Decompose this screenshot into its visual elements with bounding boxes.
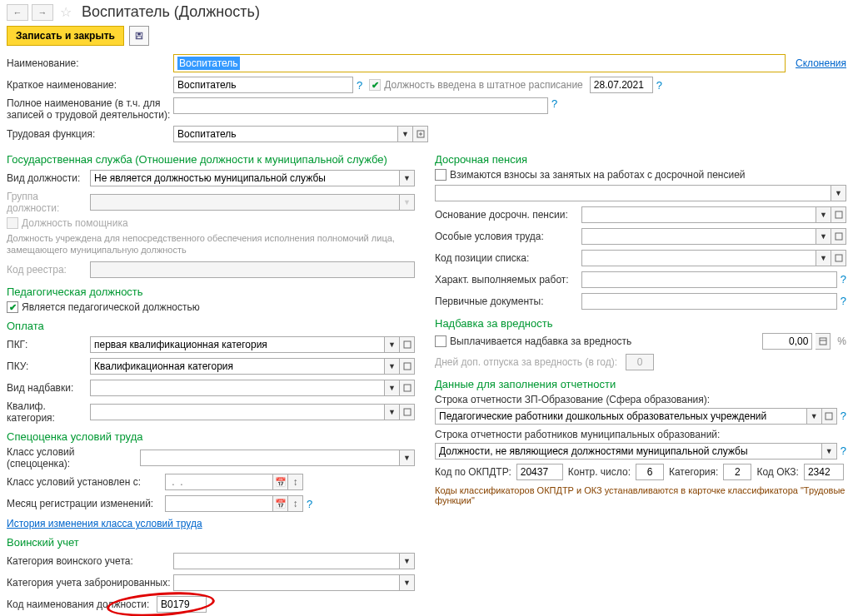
mun-report-input[interactable] bbox=[435, 443, 822, 460]
nav-forward-button[interactable]: → bbox=[32, 4, 53, 21]
work-char-input[interactable] bbox=[581, 271, 837, 288]
short-name-input[interactable] bbox=[173, 77, 353, 93]
is-pedagog-label: Является педагогической должностью bbox=[22, 301, 200, 313]
okz-label: Код ОКЗ: bbox=[756, 466, 799, 478]
dropdown-button[interactable]: ▼ bbox=[400, 574, 415, 591]
calendar-button[interactable]: 📅 bbox=[273, 495, 288, 512]
position-type-input[interactable] bbox=[90, 170, 400, 186]
open-icon bbox=[835, 211, 843, 219]
name-input[interactable]: Воспитатель bbox=[173, 54, 786, 72]
svg-rect-9 bbox=[836, 233, 842, 240]
section-military: Воинский учет bbox=[7, 536, 415, 549]
dropdown-button[interactable]: ▼ bbox=[400, 450, 415, 466]
svg-rect-7 bbox=[404, 409, 411, 415]
lookup-button[interactable] bbox=[822, 408, 837, 425]
dropdown-button[interactable]: ▼ bbox=[385, 404, 400, 420]
hazard-paid-label: Выплачивается надбавка за вредность bbox=[450, 335, 631, 347]
favorite-star-icon[interactable]: ☆ bbox=[60, 4, 72, 20]
open-icon bbox=[835, 254, 843, 262]
help-icon[interactable]: ? bbox=[841, 445, 846, 457]
save-button[interactable] bbox=[129, 26, 149, 46]
dropdown-button[interactable]: ▼ bbox=[385, 358, 400, 375]
pension-tariff-input[interactable] bbox=[435, 185, 831, 201]
sout-history-link[interactable]: История изменения класса условий труда bbox=[7, 518, 202, 529]
dropdown-button[interactable]: ▼ bbox=[816, 250, 831, 266]
lookup-button[interactable] bbox=[400, 358, 415, 375]
pension-contrib-label: Взимаются взносы за занятых на работах с… bbox=[450, 169, 746, 181]
lookup-button[interactable] bbox=[831, 250, 846, 266]
section-report: Данные для заполнения отчетности bbox=[435, 378, 846, 390]
help-icon[interactable]: ? bbox=[656, 79, 662, 92]
pension-conditions-input[interactable] bbox=[581, 228, 816, 245]
pkg-label: ПКГ: bbox=[7, 339, 90, 350]
sout-month-input[interactable] bbox=[165, 495, 273, 512]
dropdown-button[interactable]: ▼ bbox=[822, 443, 837, 460]
dropdown-button[interactable]: ▼ bbox=[807, 408, 822, 425]
pkg-input[interactable] bbox=[90, 336, 385, 353]
pension-position-code-label: Код позиции списка: bbox=[435, 252, 581, 264]
pension-conditions-label: Особые условия труда: bbox=[435, 231, 581, 242]
category-code-input[interactable] bbox=[723, 464, 751, 480]
sout-class-input[interactable] bbox=[140, 450, 400, 466]
svg-rect-6 bbox=[404, 385, 411, 391]
hazard-amount-input[interactable] bbox=[762, 333, 812, 350]
dropdown-button[interactable]: ▼ bbox=[831, 185, 846, 201]
primary-docs-input[interactable] bbox=[581, 293, 837, 310]
lookup-button[interactable] bbox=[400, 404, 415, 420]
help-icon[interactable]: ? bbox=[307, 498, 312, 510]
dropdown-button[interactable]: ▼ bbox=[400, 170, 415, 186]
sout-since-label: Класс условий установлен с: bbox=[7, 476, 165, 488]
sout-since-date-input[interactable] bbox=[165, 474, 273, 490]
pension-basis-input[interactable] bbox=[581, 206, 816, 223]
military-reserved-input[interactable] bbox=[173, 574, 400, 591]
military-reserved-label: Категория учета забронированных: bbox=[7, 577, 173, 589]
category-code-label: Категория: bbox=[669, 466, 718, 478]
svg-rect-10 bbox=[836, 255, 842, 261]
in-staff-date-input[interactable] bbox=[590, 77, 653, 93]
clear-button[interactable]: ↕ bbox=[288, 474, 303, 490]
okz-input[interactable] bbox=[804, 464, 844, 480]
pku-input[interactable] bbox=[90, 358, 385, 375]
assistant-hint: Должность учреждена для непосредственног… bbox=[7, 232, 415, 256]
calculator-icon bbox=[819, 337, 827, 345]
pension-basis-label: Основание досрочн. пенсии: bbox=[435, 209, 581, 221]
dropdown-button[interactable]: ▼ bbox=[816, 228, 831, 245]
save-and-close-button[interactable]: Записать и закрыть bbox=[7, 26, 124, 46]
military-category-input[interactable] bbox=[173, 553, 400, 569]
declensions-link[interactable]: Склонения bbox=[796, 57, 846, 69]
dropdown-button[interactable]: ▼ bbox=[400, 553, 415, 569]
dropdown-button[interactable]: ▼ bbox=[816, 206, 831, 223]
calculator-button[interactable] bbox=[816, 333, 831, 350]
qualif-category-input[interactable] bbox=[90, 404, 385, 420]
dropdown-button[interactable]: ▼ bbox=[398, 126, 413, 142]
help-icon[interactable]: ? bbox=[841, 273, 846, 286]
dropdown-button[interactable]: ▼ bbox=[385, 336, 400, 353]
labor-func-input[interactable] bbox=[173, 126, 398, 142]
position-group-input bbox=[90, 194, 400, 211]
full-name-input[interactable] bbox=[173, 97, 548, 114]
help-icon[interactable]: ? bbox=[841, 295, 846, 307]
help-icon[interactable]: ? bbox=[551, 97, 557, 110]
lookup-button[interactable] bbox=[831, 228, 846, 245]
is-pedagog-checkbox[interactable] bbox=[7, 301, 18, 313]
dropdown-button[interactable]: ▼ bbox=[385, 380, 400, 396]
help-icon[interactable]: ? bbox=[841, 410, 846, 422]
clear-button[interactable]: ↕ bbox=[288, 495, 303, 512]
zp-report-input[interactable] bbox=[435, 408, 807, 425]
lookup-button[interactable] bbox=[400, 380, 415, 396]
lookup-button[interactable] bbox=[413, 126, 428, 142]
kontr-input[interactable] bbox=[636, 464, 664, 480]
lookup-button[interactable] bbox=[400, 336, 415, 353]
military-code-label: Код наименования должности: bbox=[7, 599, 157, 610]
zp-report-label: Строка отчетности ЗП-Образование (Сфера … bbox=[435, 394, 846, 405]
allowance-type-input[interactable] bbox=[90, 380, 385, 396]
hazard-paid-checkbox[interactable] bbox=[435, 335, 446, 347]
help-icon[interactable]: ? bbox=[357, 79, 362, 92]
lookup-button[interactable] bbox=[831, 206, 846, 223]
military-code-input[interactable] bbox=[157, 596, 207, 613]
calendar-button[interactable]: 📅 bbox=[273, 474, 288, 490]
pension-position-code-input[interactable] bbox=[581, 250, 816, 266]
nav-back-button[interactable]: ← bbox=[7, 4, 28, 21]
pension-contrib-checkbox[interactable] bbox=[435, 169, 446, 181]
okpdtr-input[interactable] bbox=[516, 464, 563, 480]
